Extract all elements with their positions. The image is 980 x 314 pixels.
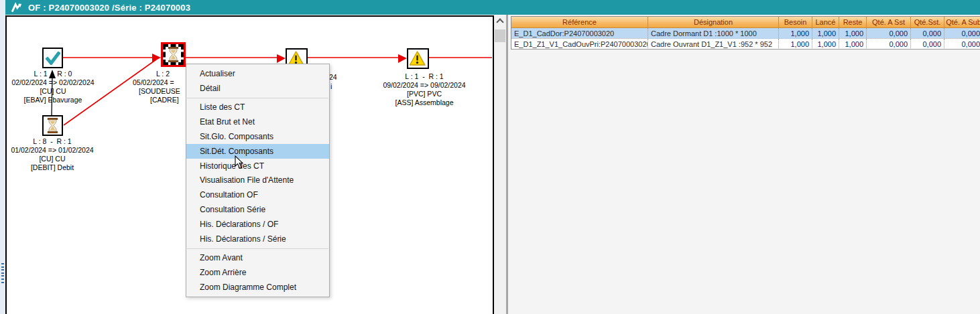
flow-node[interactable] <box>161 42 186 67</box>
table-cell: E_D1_CadDor:P24070003020 <box>511 28 648 39</box>
menu-item-consultation-of[interactable]: Consultation OF <box>186 187 329 202</box>
diagram-vertical-scrollbar[interactable] <box>494 15 506 314</box>
menu-item-sit-d-t-composants[interactable]: Sit.Dét. Composants <box>186 144 329 159</box>
components-table: RéférenceDésignationBesoinLancéResteQté.… <box>511 16 980 50</box>
menu-item-his-d-clarations-s-rie[interactable]: His. Déclarations / Série <box>186 232 329 246</box>
column-header-2[interactable]: Besoin <box>779 17 812 28</box>
hourglass-icon <box>47 118 58 133</box>
column-header-6[interactable]: Qté.Sst. <box>911 17 944 28</box>
menu-item-historique-des-ct[interactable]: Historique des CT <box>186 159 329 173</box>
table-cell: 1,000 <box>812 28 839 39</box>
menu-item-zoom-arri-re[interactable]: Zoom Arrière <box>186 265 329 280</box>
menu-item-sit-glo-composants[interactable]: Sit.Glo. Composants <box>186 129 329 144</box>
selection-marquee <box>163 44 184 65</box>
column-header-0[interactable]: Référence <box>511 17 648 28</box>
menu-item-liste-des-ct[interactable]: Liste des CT <box>186 100 329 115</box>
flow-node[interactable] <box>42 115 63 136</box>
window-titlebar[interactable]: OF : P24070003020 /Série : P24070003 <box>5 0 980 15</box>
table-row[interactable]: E_D1_Z1_V1_CadOuvPri:P24070003020Cadre O… <box>511 39 980 50</box>
table-cell: 0,000 <box>911 39 944 50</box>
table-cell: 0,000 <box>911 28 944 39</box>
menu-item-his-d-clarations-of[interactable]: His. Déclarations / OF <box>186 217 329 232</box>
hourglass-icon <box>168 47 179 62</box>
table-cell: 0,000 <box>867 39 911 50</box>
table-row[interactable]: E_D1_CadDor:P24070003020Cadre Dormant D1… <box>511 28 980 39</box>
table-cell: 1,000 <box>812 39 839 50</box>
table-cell: 0,000 <box>944 28 980 39</box>
context-menu: ActualiserDétailListe des CTEtat Brut et… <box>186 64 330 297</box>
table-cell: E_D1_Z1_V1_CadOuvPri:P24070003020 <box>511 39 648 50</box>
column-header-1[interactable]: Désignation <box>648 17 779 28</box>
menu-item-actualiser[interactable]: Actualiser <box>186 66 329 81</box>
column-header-4[interactable]: Reste <box>839 17 867 28</box>
column-header-5[interactable]: Qté. A Sst <box>867 17 911 28</box>
column-header-3[interactable]: Lancé <box>812 17 839 28</box>
menu-item-etat-brut-et-net[interactable]: Etat Brut et Net <box>186 114 329 129</box>
table-cell: 1,000 <box>779 28 812 39</box>
window-title: OF : P24070003020 /Série : P24070003 <box>28 3 190 13</box>
table-cell: Cadre Dormant D1 :1000 * 1000 <box>648 28 779 39</box>
app-window: OF : P24070003020 /Série : P24070003 L :… <box>0 0 980 314</box>
table-header-row: RéférenceDésignationBesoinLancéResteQté.… <box>511 17 980 28</box>
table-cell: 0,000 <box>867 28 911 39</box>
menu-item-zoom-diagramme-complet[interactable]: Zoom Diagramme Complet <box>186 280 329 295</box>
flow-node[interactable] <box>42 48 63 68</box>
menu-item-d-tail[interactable]: Détail <box>186 81 329 96</box>
routing-arrow-icon <box>9 1 23 13</box>
table-body: E_D1_CadDor:P24070003020Cadre Dormant D1… <box>511 28 980 50</box>
menu-separator <box>187 248 328 249</box>
check-icon <box>46 52 60 65</box>
splitter-grip[interactable] <box>1 263 4 285</box>
flow-node[interactable] <box>407 48 429 69</box>
chevron-up-icon <box>496 18 503 25</box>
scroll-up-button[interactable] <box>494 15 506 27</box>
table-cell: Cadre Ouvrant D1_Z1_V1 :952 * 952 <box>648 39 779 50</box>
menu-item-consultation-s-rie[interactable]: Consultation Série <box>186 202 329 217</box>
components-panel <box>508 15 980 314</box>
menu-item-visualisation-file-d-attente[interactable]: Visualisation File d'Attente <box>186 173 329 188</box>
warning-icon <box>409 51 427 67</box>
table-cell: 1,000 <box>779 39 812 50</box>
table-cell: 1,000 <box>839 39 867 50</box>
table-cell: 0,000 <box>944 39 980 50</box>
column-header-7[interactable]: Qté. A Sub <box>944 17 980 28</box>
menu-separator <box>187 98 328 98</box>
menu-item-zoom-avant[interactable]: Zoom Avant <box>186 251 329 266</box>
scroll-thumb[interactable] <box>495 29 505 42</box>
table-cell: 1,000 <box>839 28 867 39</box>
